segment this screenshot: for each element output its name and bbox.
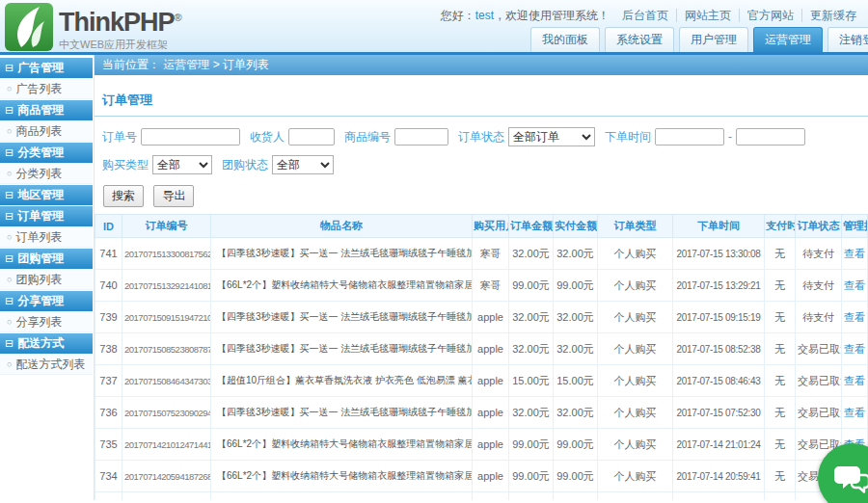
order-id: 740	[95, 270, 122, 302]
view-order-link[interactable]: 查看	[844, 248, 865, 259]
order-number: 20170714205717976273	[122, 492, 211, 501]
main-content: 当前位置： 运营管理 > 订单列表 订单管理 订单号 收货人 商品编号 订单状态…	[94, 55, 868, 500]
product-name: 【66L*2个】塑料收纳箱特大号储物箱衣服整理箱置物箱家居收纳储物	[211, 429, 473, 461]
bullet-icon: ○	[7, 312, 12, 332]
app-tagline: 中文WEB应用开发框架	[59, 38, 181, 52]
order-amount: 32.00元	[509, 302, 554, 333]
product-name: 【超值10斤组合】薰衣草香氛洗衣液 护衣亮色 低泡易漂 薰衣甘蓝 【无荧光剂 纯…	[211, 365, 473, 397]
page-title: 订单管理	[102, 93, 152, 107]
bullet-icon: ○	[7, 164, 12, 184]
order-no-input[interactable]	[141, 128, 240, 146]
sidebar-item[interactable]: ⊟ ○ 广告管理	[0, 58, 93, 78]
order-status: 待支付	[796, 270, 842, 302]
topnav-link[interactable]: 官方网站	[739, 9, 801, 22]
order-amount: 32.00元	[509, 492, 554, 501]
order-id: 739	[95, 302, 122, 333]
collapse-icon: ⊟	[5, 249, 14, 269]
order-number: 20170715091519472101	[122, 302, 211, 333]
orders-table-header: 购买用户	[473, 215, 509, 238]
order-status-label: 订单状态	[458, 129, 504, 146]
main-tab[interactable]: 用户管理	[679, 27, 748, 52]
order-amount: 32.00元	[509, 333, 554, 365]
order-amount: 32.00元	[509, 238, 554, 270]
receiver-input[interactable]	[288, 128, 335, 146]
topnav-link[interactable]: 更新缓存	[801, 9, 864, 22]
sidebar-item[interactable]: ⊟ ○ 地区管理	[0, 185, 93, 205]
order-row: 740 20170715132921410810 【66L*2个】塑料收纳箱特大…	[95, 270, 868, 302]
sidebar-item[interactable]: ⊟ ○ 配送方式	[0, 333, 93, 354]
main-tab[interactable]: 运营管理	[753, 27, 823, 52]
paid-amount: 99.00元	[554, 270, 598, 302]
orders-table-header: 订单编号	[122, 215, 211, 238]
main-tab[interactable]: 我的面板	[530, 27, 600, 52]
buyer-name: 寒哥	[473, 238, 509, 270]
paid-amount: 15.00元	[554, 365, 598, 397]
sidebar-item-label: 地区管理	[17, 185, 64, 205]
paid-amount: 99.00元	[554, 461, 598, 492]
order-row: 741 20170715133008175622 【四季毯3秒速暖】买一送一 法…	[95, 238, 868, 270]
group-status-select[interactable]: 全部	[272, 155, 334, 174]
order-type: 个人购买	[598, 492, 673, 501]
view-order-link[interactable]: 查看	[844, 311, 865, 323]
topnav-link[interactable]: 后台首页	[614, 9, 676, 22]
sidebar-item[interactable]: ⊟ ○ 分享列表	[0, 312, 93, 332]
view-order-link[interactable]: 查看	[844, 279, 865, 291]
sidebar-item[interactable]: ⊟ ○ 订单列表	[0, 227, 93, 248]
order-id: 733	[95, 492, 122, 501]
bullet-icon: ○	[7, 355, 12, 375]
view-order-link[interactable]: 查看	[844, 407, 865, 418]
collapse-icon: ⊟	[5, 58, 14, 78]
sidebar-item[interactable]: ⊟ ○ 广告列表	[0, 79, 93, 99]
order-number: 20170715133008175622	[122, 238, 211, 270]
sidebar-item[interactable]: ⊟ ○ 商品管理	[0, 100, 93, 120]
user-greeting: 您好：test，欢迎使用管理系统！	[441, 8, 610, 24]
search-button[interactable]: 搜索	[103, 185, 144, 207]
pay-time: 无	[765, 397, 796, 429]
app-header: ThinkPHP® 中文WEB应用开发框架 您好：test，欢迎使用管理系统！ …	[0, 0, 868, 55]
group-status-label: 团购状态	[222, 157, 268, 173]
buyer-name: apple	[473, 333, 509, 365]
order-status-select[interactable]: 全部订单	[508, 127, 595, 146]
sidebar-item[interactable]: ⊟ ○ 分类管理	[0, 143, 93, 163]
buyer-name: apple	[473, 365, 509, 397]
sidebar-item-label: 商品管理	[17, 100, 64, 120]
order-id: 741	[95, 238, 122, 270]
export-button[interactable]: 导出	[153, 185, 194, 207]
bullet-icon: ○	[7, 227, 12, 248]
date-range-separator: -	[728, 130, 732, 144]
collapse-icon: ⊟	[5, 333, 14, 354]
order-time-start-input[interactable]	[655, 128, 724, 146]
collapse-icon: ⊟	[5, 143, 14, 163]
product-no-input[interactable]	[394, 128, 448, 146]
sidebar-item[interactable]: ⊟ ○ 商品列表	[0, 121, 93, 142]
username: test	[475, 9, 494, 22]
bullet-icon: ○	[7, 121, 12, 142]
order-time-end-input[interactable]	[736, 128, 805, 146]
product-name: 【四季毯3秒速暖】买一送一 法兰绒毛毯珊瑚绒毯子午睡毯加厚2.8斤毛毯尺寸可选可…	[211, 302, 473, 333]
buy-type-select[interactable]: 全部	[152, 155, 212, 174]
order-id: 738	[95, 333, 122, 365]
orders-table-header: 物品名称	[211, 215, 473, 238]
order-status: 待支付	[796, 302, 842, 333]
order-time: 2017-07-14 21:01:24	[673, 429, 765, 461]
sidebar-item[interactable]: ⊟ ○ 团购列表	[0, 270, 93, 290]
order-number: 20170714205941872686	[122, 461, 211, 492]
order-type: 个人购买	[598, 461, 673, 492]
view-order-link[interactable]: 查看	[844, 343, 865, 355]
view-order-link[interactable]: 查看	[844, 375, 865, 386]
order-row: 735 20170714210124714414 【66L*2个】塑料收纳箱特大…	[95, 429, 868, 461]
sidebar-item[interactable]: ⊟ ○ 配送方式列表	[0, 355, 93, 375]
topnav-link[interactable]: 网站主页	[676, 9, 739, 22]
sidebar-item-label: 分享管理	[17, 291, 64, 311]
collapse-icon: ⊟	[5, 100, 14, 120]
sidebar-item[interactable]: ⊟ ○ 订单管理	[0, 206, 93, 226]
sidebar-item[interactable]: ⊟ ○ 团购管理	[0, 249, 93, 269]
main-tab[interactable]: 系统设置	[605, 27, 674, 52]
order-row: 736 20170715075230902943 【四季毯3秒速暖】买一送一 法…	[95, 397, 868, 429]
sidebar-item-label: 广告列表	[15, 79, 62, 99]
sidebar-item[interactable]: ⊟ ○ 分享管理	[0, 291, 93, 311]
pay-time: 无	[765, 270, 796, 302]
sidebar-item[interactable]: ⊟ ○ 分类列表	[0, 164, 93, 184]
main-tab[interactable]: 注销登录	[827, 27, 868, 52]
order-time: 2017-07-15 07:52:30	[673, 397, 765, 429]
